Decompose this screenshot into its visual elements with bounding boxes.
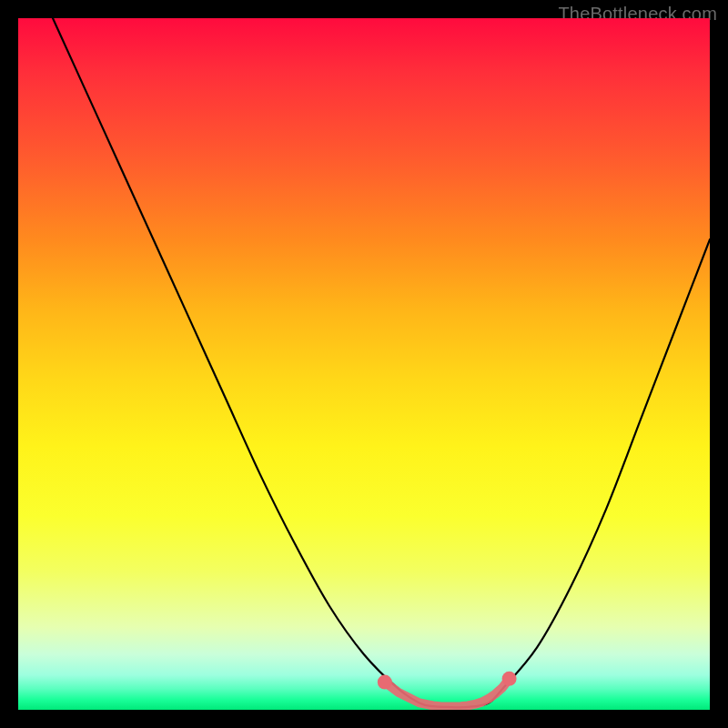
optimal-end-dot bbox=[502, 672, 517, 686]
optimal-range-stroke bbox=[385, 679, 510, 707]
optimal-end-dot bbox=[378, 675, 392, 690]
optimal-points bbox=[378, 672, 517, 707]
chart-svg bbox=[18, 18, 710, 710]
plot-area bbox=[18, 18, 710, 710]
bottleneck-curve-path bbox=[53, 18, 710, 707]
bottleneck-curve bbox=[53, 18, 710, 707]
chart-container: TheBottleneck.com bbox=[0, 0, 728, 728]
